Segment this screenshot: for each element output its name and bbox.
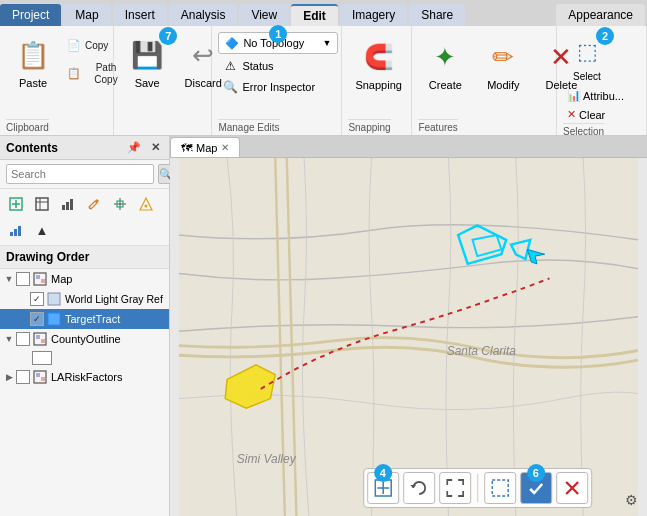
path-copy-icon: 📋 bbox=[67, 67, 81, 80]
add-layer-button[interactable] bbox=[4, 192, 28, 216]
tab-edit[interactable]: Edit bbox=[291, 4, 338, 26]
tab-view[interactable]: View bbox=[239, 4, 289, 26]
map-bottom-toolbar: 4 6 bbox=[363, 468, 592, 508]
grid-tool-button[interactable] bbox=[108, 192, 132, 216]
svg-rect-19 bbox=[41, 279, 45, 283]
highlight-button[interactable] bbox=[134, 192, 158, 216]
la-risk-checkbox[interactable] bbox=[16, 370, 30, 384]
bar-chart-button[interactable] bbox=[4, 218, 28, 242]
arrow-up-button[interactable]: ▲ bbox=[30, 218, 54, 242]
save-badge: 7 bbox=[159, 27, 177, 45]
svg-rect-21 bbox=[48, 313, 60, 325]
layer-world-light-gray[interactable]: World Light Gray Ref bbox=[0, 289, 169, 309]
search-input[interactable] bbox=[6, 164, 154, 184]
map-expander-icon[interactable]: ▼ bbox=[2, 274, 16, 284]
copy-icon: 📄 bbox=[67, 39, 81, 52]
error-inspector-icon: 🔍 bbox=[222, 79, 238, 95]
status-icon: ⚠ bbox=[222, 58, 238, 74]
modify-button[interactable]: ✏ Modify bbox=[476, 32, 530, 96]
clear-button[interactable]: ✕ Clear bbox=[563, 106, 628, 123]
contents-title: Contents bbox=[6, 141, 58, 155]
county-swatch bbox=[32, 351, 52, 365]
snapping-button[interactable]: 🧲 Snapping bbox=[348, 32, 409, 96]
topology-dropdown[interactable]: 🔷 No Topology ▼ 1 bbox=[218, 32, 338, 54]
target-tract-checkbox[interactable] bbox=[30, 312, 44, 326]
sidebar-tools: ▲ bbox=[0, 189, 169, 246]
save-button[interactable]: 💾 Save 7 bbox=[120, 30, 174, 94]
tab-share[interactable]: Share bbox=[409, 4, 465, 26]
finish-badge: 6 bbox=[527, 464, 545, 482]
sidebar-header: Contents 📌 ✕ bbox=[0, 136, 169, 160]
layer-target-tract[interactable]: TargetTract bbox=[0, 309, 169, 329]
county-outline-checkbox[interactable] bbox=[16, 332, 30, 346]
target-tract-icon bbox=[46, 311, 62, 327]
map-checkbox[interactable] bbox=[16, 272, 30, 286]
zoom-badge: 4 bbox=[374, 464, 392, 482]
main-area: Contents 📌 ✕ 🔍 ▼ bbox=[0, 136, 647, 516]
map-layer-icon bbox=[32, 271, 48, 287]
map-canvas[interactable]: Santa Clarita Simi Valley 4 bbox=[170, 158, 647, 516]
status-button[interactable]: ⚠ Status bbox=[218, 57, 338, 75]
attrib-icon: 📊 bbox=[567, 89, 581, 102]
select-features-button[interactable] bbox=[484, 472, 516, 504]
tab-appearance[interactable]: Appearance bbox=[556, 4, 645, 26]
svg-marker-12 bbox=[140, 198, 152, 210]
create-icon: ✦ bbox=[425, 37, 465, 77]
svg-rect-14 bbox=[10, 232, 13, 236]
svg-rect-26 bbox=[36, 373, 40, 377]
la-risk-expander-icon[interactable]: ▶ bbox=[2, 372, 16, 382]
rotate-button[interactable] bbox=[403, 472, 435, 504]
full-extent-button[interactable] bbox=[439, 472, 471, 504]
paste-icon: 📋 bbox=[13, 35, 53, 75]
county-expander-icon[interactable]: ▼ bbox=[2, 334, 16, 344]
svg-rect-15 bbox=[14, 229, 17, 236]
zoom-to-layer-btn-wrap: 4 bbox=[367, 472, 399, 504]
ribbon: 📋 Paste 📄 Copy 📋 Path Copy Clipboard bbox=[0, 26, 647, 136]
manage-edits-group: 🔷 No Topology ▼ 1 ⚠ Status 🔍 Error Inspe… bbox=[212, 26, 342, 135]
chart-view-button[interactable] bbox=[56, 192, 80, 216]
tab-map[interactable]: Map bbox=[63, 4, 110, 26]
edit-tool-button[interactable] bbox=[82, 192, 106, 216]
layer-la-risk-factors[interactable]: ▶ LARiskFactors bbox=[0, 367, 169, 387]
tab-bar: Project Map Insert Analysis View Edit Im… bbox=[0, 0, 647, 26]
attrib-button[interactable]: 📊 Attribu... bbox=[563, 87, 628, 104]
create-button[interactable]: ✦ Create bbox=[418, 32, 472, 96]
map-tab-close[interactable]: ✕ bbox=[221, 142, 229, 153]
svg-rect-3 bbox=[36, 198, 48, 210]
tab-imagery[interactable]: Imagery bbox=[340, 4, 407, 26]
tab-analysis[interactable]: Analysis bbox=[169, 4, 238, 26]
svg-rect-6 bbox=[62, 205, 65, 210]
county-swatch-item[interactable] bbox=[0, 349, 169, 367]
county-outline-icon bbox=[32, 331, 48, 347]
clipboard-group: 📋 Paste 📄 Copy 📋 Path Copy Clipboard bbox=[0, 26, 114, 135]
world-light-gray-checkbox[interactable] bbox=[30, 292, 44, 306]
svg-rect-16 bbox=[18, 226, 21, 236]
map-tab[interactable]: 🗺 Map ✕ bbox=[170, 137, 240, 157]
snapping-icon: 🧲 bbox=[359, 37, 399, 77]
modify-icon: ✏ bbox=[483, 37, 523, 77]
svg-rect-20 bbox=[48, 293, 60, 305]
layer-map[interactable]: ▼ Map bbox=[0, 269, 169, 289]
tab-project[interactable]: Project bbox=[0, 4, 61, 26]
settings-button[interactable]: ⚙ bbox=[621, 490, 641, 510]
svg-rect-27 bbox=[41, 377, 45, 381]
pin-icon[interactable]: 📌 bbox=[124, 140, 144, 155]
svg-rect-33 bbox=[492, 480, 508, 496]
cancel-button[interactable] bbox=[556, 472, 588, 504]
close-sidebar-button[interactable]: ✕ bbox=[148, 140, 163, 155]
error-inspector-button[interactable]: 🔍 Error Inspector bbox=[218, 78, 338, 96]
dropdown-chevron-icon: ▼ bbox=[322, 38, 331, 48]
manage-badge: 1 bbox=[269, 25, 287, 43]
selection-group: ⬚ Select 2 📊 Attribu... ✕ Clear Selectio… bbox=[557, 26, 647, 135]
layer-county-outline[interactable]: ▼ CountyOutline bbox=[0, 329, 169, 349]
svg-rect-8 bbox=[70, 199, 73, 210]
tab-insert[interactable]: Insert bbox=[113, 4, 167, 26]
paste-button[interactable]: 📋 Paste bbox=[6, 30, 60, 94]
svg-rect-18 bbox=[36, 275, 40, 279]
table-view-button[interactable] bbox=[30, 192, 54, 216]
select-button[interactable]: ⬚ Select 2 bbox=[563, 30, 611, 85]
santa-clarita-label: Santa Clarita bbox=[447, 344, 516, 358]
layer-tree: ▼ Map World Light Gray Ref bbox=[0, 269, 169, 516]
la-risk-icon bbox=[32, 369, 48, 385]
save-group: 💾 Save 7 ↩ Discard bbox=[114, 26, 212, 135]
